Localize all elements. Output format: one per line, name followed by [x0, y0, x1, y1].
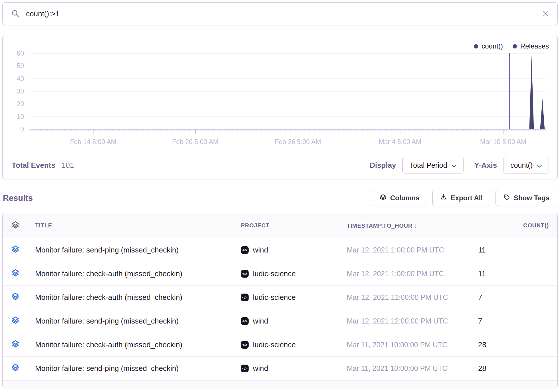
- timestamp-cell: Mar 11, 2021 10:00:00 PM UTC: [347, 341, 478, 349]
- table-row[interactable]: Monitor failure: check-auth (missed_chec…: [3, 333, 557, 357]
- y-tick-label: 20: [17, 100, 24, 108]
- project-platform-icon: </>: [241, 365, 249, 372]
- stack-icon: [11, 340, 35, 349]
- total-events-label: Total Events: [12, 161, 55, 170]
- project-cell: </> ludic-science: [241, 293, 347, 302]
- y-tick-label: 60: [17, 50, 24, 57]
- y-tick-label: 40: [17, 75, 24, 82]
- chart-legend: count() Releases: [474, 42, 549, 50]
- stack-icon: [11, 269, 35, 278]
- results-toolbar: Columns Export All Show: [372, 190, 557, 206]
- table-header-row: TITLE PROJECT TIMESTAMP.TO_HOUR↓ COUNT(): [3, 213, 557, 238]
- x-tick-label: Mar 4 5:00 AM: [379, 138, 422, 146]
- table-row[interactable]: Monitor failure: send-ping (missed_check…: [3, 357, 557, 380]
- results-header-row: Results Columns: [2, 190, 558, 206]
- table-row[interactable]: Monitor failure: check-auth (missed_chec…: [3, 286, 557, 309]
- event-title[interactable]: Monitor failure: send-ping (missed_check…: [35, 317, 241, 326]
- yaxis-label: Y-Axis: [474, 161, 497, 170]
- project-platform-icon: </>: [241, 246, 249, 254]
- timestamp-cell: Mar 11, 2021 10:00:00 PM UTC: [347, 364, 478, 373]
- project-cell: </> wind: [241, 317, 347, 326]
- project-cell: </> wind: [241, 246, 347, 254]
- legend-item-releases[interactable]: Releases: [513, 42, 549, 50]
- count-cell: 28: [478, 364, 549, 373]
- chart-footer: Total Events 101 Display Total Period Y-…: [3, 151, 557, 179]
- y-tick-label: 0: [20, 126, 24, 133]
- timestamp-cell: Mar 12, 2021 12:00:00 PM UTC: [347, 317, 478, 325]
- count-spike: [529, 56, 534, 129]
- event-title[interactable]: Monitor failure: check-auth (missed_chec…: [35, 293, 241, 302]
- timestamp-cell: Mar 12, 2021 12:00:00 PM UTC: [347, 293, 478, 302]
- column-header-timestamp[interactable]: TIMESTAMP.TO_HOUR↓: [347, 222, 478, 229]
- legend-label-releases: Releases: [520, 42, 549, 50]
- stack-icon: [11, 316, 35, 326]
- x-tick-label: Mar 10 5:00 AM: [480, 138, 526, 146]
- stack-icon: [11, 221, 35, 231]
- table-row[interactable]: Monitor failure: send-ping (missed_check…: [3, 238, 557, 262]
- timestamp-cell: Mar 12, 2021 1:00:00 PM UTC: [347, 270, 478, 278]
- project-name: ludic-science: [253, 269, 296, 278]
- show-tags-button-label: Show Tags: [514, 194, 549, 202]
- search-icon: [11, 9, 20, 18]
- total-events-value: 101: [62, 161, 74, 170]
- column-header-count[interactable]: COUNT(): [478, 222, 549, 229]
- results-table: TITLE PROJECT TIMESTAMP.TO_HOUR↓ COUNT()…: [2, 213, 558, 388]
- count-cell: 11: [478, 269, 549, 278]
- table-footer: [3, 380, 557, 388]
- y-tick-label: 50: [17, 62, 24, 70]
- project-cell: </> ludic-science: [241, 269, 347, 278]
- stack-icon: [11, 245, 35, 255]
- count-cell: 11: [478, 246, 549, 254]
- count-spike: [540, 99, 545, 129]
- project-cell: </> wind: [241, 364, 347, 373]
- legend-item-count[interactable]: count(): [474, 42, 503, 50]
- total-events: Total Events 101: [12, 161, 74, 170]
- layers-icon: [380, 194, 386, 202]
- legend-dot-releases: [513, 44, 517, 49]
- event-title[interactable]: Monitor failure: send-ping (missed_check…: [35, 364, 241, 373]
- project-platform-icon: </>: [241, 317, 249, 325]
- events-chart-panel: count() Releases 0102030405060Feb 14 5:0…: [2, 36, 558, 179]
- results-heading: Results: [3, 193, 33, 203]
- table-row[interactable]: Monitor failure: send-ping (missed_check…: [3, 309, 557, 333]
- event-title[interactable]: Monitor failure: check-auth (missed_chec…: [35, 269, 241, 278]
- display-select[interactable]: Total Period: [402, 157, 464, 173]
- table-row[interactable]: Monitor failure: check-auth (missed_chec…: [3, 262, 557, 286]
- column-header-project[interactable]: PROJECT: [241, 222, 347, 229]
- show-tags-button[interactable]: Show Tags: [495, 190, 557, 206]
- sort-desc-icon: ↓: [414, 222, 418, 229]
- project-name: ludic-science: [253, 293, 296, 302]
- columns-button-label: Columns: [390, 194, 420, 202]
- x-tick-label: Feb 20 5:00 AM: [172, 138, 218, 146]
- chevron-down-icon: [452, 161, 456, 169]
- event-title[interactable]: Monitor failure: send-ping (missed_check…: [35, 246, 241, 254]
- y-tick-label: 30: [17, 88, 24, 95]
- export-all-button-label: Export All: [451, 194, 483, 202]
- count-cell: 28: [478, 340, 549, 349]
- timestamp-cell: Mar 12, 2021 1:00:00 PM UTC: [347, 246, 478, 254]
- download-icon: [440, 194, 447, 202]
- columns-button[interactable]: Columns: [372, 190, 427, 206]
- search-bar: [2, 2, 558, 25]
- count-cell: 7: [478, 293, 549, 302]
- stack-icon: [11, 363, 35, 373]
- column-header-title[interactable]: TITLE: [35, 222, 241, 229]
- project-platform-icon: </>: [241, 341, 249, 349]
- discover-page: count() Releases 0102030405060Feb 14 5:0…: [0, 0, 560, 392]
- y-tick-label: 10: [17, 113, 24, 120]
- search-input[interactable]: [26, 9, 542, 18]
- project-platform-icon: </>: [241, 294, 249, 301]
- table-body: Monitor failure: send-ping (missed_check…: [3, 238, 557, 380]
- project-name: wind: [253, 246, 268, 254]
- yaxis-select-value: count(): [510, 161, 533, 169]
- clear-search-icon[interactable]: [542, 10, 549, 18]
- event-title[interactable]: Monitor failure: check-auth (missed_chec…: [35, 340, 241, 349]
- project-name: wind: [253, 317, 268, 326]
- legend-label-count: count(): [482, 42, 503, 50]
- yaxis-select[interactable]: count(): [503, 157, 549, 173]
- export-all-button[interactable]: Export All: [432, 190, 490, 206]
- chevron-down-icon: [537, 161, 542, 169]
- project-platform-icon: </>: [241, 270, 249, 278]
- chart-controls: Display Total Period Y-Axis count(): [370, 157, 549, 173]
- display-select-value: Total Period: [410, 161, 447, 169]
